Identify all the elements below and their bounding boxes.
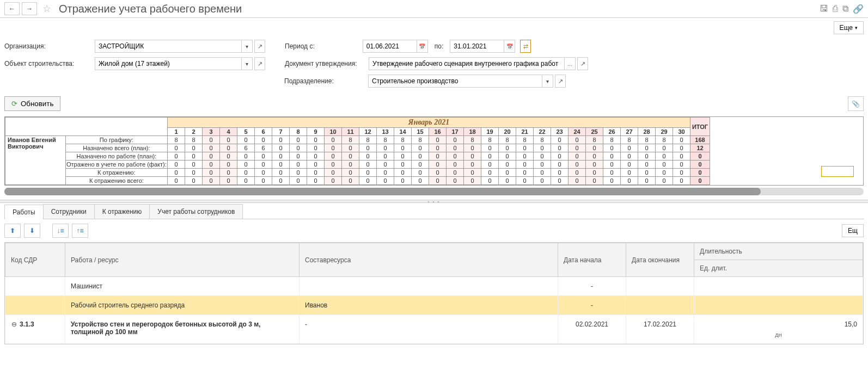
sort-asc-button[interactable]: ↓≡ <box>52 224 69 238</box>
period-from-input[interactable] <box>363 40 417 53</box>
nav-forward-button[interactable]: → <box>22 2 37 15</box>
attach-button[interactable]: 📎 <box>848 96 864 111</box>
period-from-calendar-button[interactable]: 📅 <box>417 40 428 53</box>
bottom-tabs: Работы Сотрудники К отражению Учет работ… <box>4 204 864 219</box>
tab-reflection[interactable]: К отражению <box>94 204 150 219</box>
org-open-button[interactable]: ↗ <box>254 40 265 53</box>
obj-open-button[interactable]: ↗ <box>254 57 265 70</box>
tab-employee-work[interactable]: Учет работы сотрудников <box>149 204 243 219</box>
link-icon[interactable]: 🔗 <box>853 4 864 14</box>
works-table: Код СДР Работа / ресурс Составресурса Да… <box>5 243 863 344</box>
timesheet-row: Отражено в учете по работе (факт):000000… <box>5 161 710 169</box>
tab-employees[interactable]: Сотрудники <box>43 204 95 219</box>
tab-works[interactable]: Работы <box>4 205 44 219</box>
org-input[interactable] <box>95 40 242 53</box>
timesheet-grid[interactable]: Январь 2021ИТОГ1234567891011121314151617… <box>4 116 864 186</box>
obj-label: Объект строительства: <box>4 60 91 67</box>
page-title: Отражение учета рабочего времени <box>59 3 242 15</box>
doc-input[interactable] <box>369 57 565 70</box>
table-row[interactable]: Рабочий строитель среднего разрядаИванов… <box>5 296 863 315</box>
timesheet-row: Назначено по работе (план):0000000000000… <box>5 152 710 161</box>
top-toolbar: ← → ☆ Отражение учета рабочего времени 🖫… <box>0 0 868 18</box>
doc-open-button[interactable]: ↗ <box>577 57 588 70</box>
obj-input[interactable] <box>95 57 242 70</box>
move-up-button[interactable]: ⬆ <box>4 224 21 238</box>
favorite-star-icon[interactable]: ☆ <box>42 3 51 15</box>
nav-back-button[interactable]: ← <box>4 2 20 15</box>
period-label: Период с: <box>285 42 315 50</box>
more-button[interactable]: Еще ▾ <box>834 21 864 34</box>
timesheet-row: К отражению всего:0000000000000000000000… <box>5 177 710 185</box>
expand-icon[interactable]: ⊖ <box>11 320 17 328</box>
org-label: Организация: <box>4 42 91 50</box>
col-code[interactable]: Код СДР <box>5 243 65 277</box>
dept-dropdown-button[interactable]: ▾ <box>542 75 553 88</box>
period-swap-button[interactable]: ⇄ <box>520 40 531 53</box>
table-row[interactable]: Машинист- <box>5 277 863 296</box>
dept-input[interactable] <box>368 75 542 88</box>
doc-label: Документ утверждения: <box>285 60 365 67</box>
move-down-button[interactable]: ⬇ <box>24 224 40 238</box>
print-icon[interactable]: ⎙ <box>833 4 838 14</box>
period-to-label: по: <box>435 42 444 50</box>
timesheet-row: К отражению:0000000000000000000000000000… <box>5 169 710 177</box>
table-row[interactable]: ⊖3.1.3Устройство стен и перегородок бето… <box>5 315 863 344</box>
timesheet-row: Назначено всего (план):00006600000000000… <box>5 144 710 152</box>
employee-name: Иванов ЕвгенийВикторович <box>5 136 66 185</box>
horizontal-scrollbar[interactable] <box>4 188 864 195</box>
col-resource[interactable]: Составресурса <box>299 243 558 277</box>
col-unit[interactable]: Ед. длит. <box>694 260 863 277</box>
col-duration[interactable]: Длительность <box>694 243 863 260</box>
new-window-icon[interactable]: ⧉ <box>842 4 848 14</box>
period-to-input[interactable] <box>450 40 504 53</box>
refresh-button[interactable]: ⟳ Обновить <box>4 96 60 111</box>
col-date-start[interactable]: Дата начала <box>558 243 626 277</box>
dept-label: Подразделение: <box>284 77 365 85</box>
timesheet-row: Иванов ЕвгенийВикторовичПо графику:88000… <box>5 136 710 144</box>
save-icon[interactable]: 🖫 <box>820 4 828 14</box>
dept-open-button[interactable]: ↗ <box>555 75 566 88</box>
period-to-calendar-button[interactable]: 📅 <box>504 40 515 53</box>
more-button-2[interactable]: Ещ <box>842 224 864 237</box>
col-date-end[interactable]: Дата окончания <box>626 243 694 277</box>
splitter[interactable]: • • • <box>0 200 868 203</box>
col-work[interactable]: Работа / ресурс <box>65 243 299 277</box>
selection-marker <box>821 166 854 177</box>
doc-more-button[interactable]: … <box>565 57 576 70</box>
refresh-icon: ⟳ <box>11 100 17 108</box>
filters-panel: Организация: ▾ ↗ Период с: 📅 по: 📅 ⇄ Объ… <box>0 38 868 94</box>
sort-desc-button[interactable]: ↑≡ <box>72 224 88 238</box>
obj-dropdown-button[interactable]: ▾ <box>242 57 253 70</box>
org-dropdown-button[interactable]: ▾ <box>242 40 253 53</box>
